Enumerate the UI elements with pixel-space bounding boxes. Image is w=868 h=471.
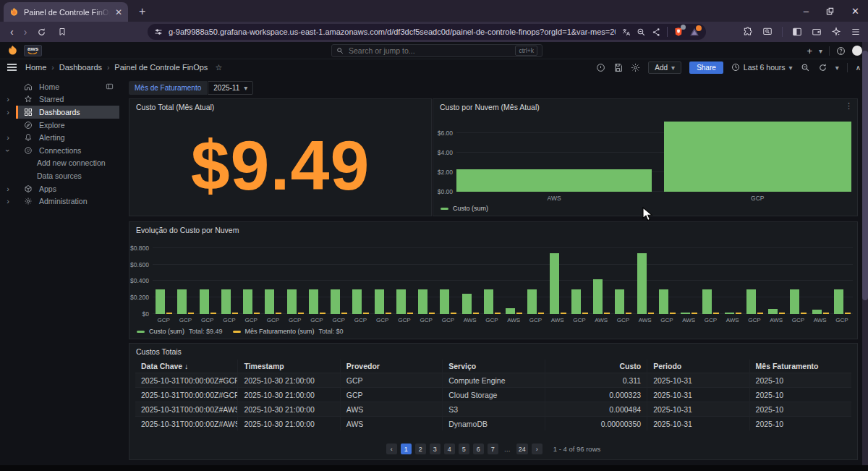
panel-title[interactable]: Evolução do Custo por Nuvem	[136, 226, 239, 234]
evo-bar-aws-22[interactable]	[637, 253, 647, 314]
settings-icon[interactable]	[631, 63, 640, 72]
evo-bar-mes-faturamento[interactable]	[473, 313, 479, 314]
legend-label[interactable]: Custo (sum)	[149, 328, 184, 335]
evo-bar-mes-faturamento[interactable]	[779, 313, 785, 314]
evo-bar-mes-faturamento[interactable]	[648, 313, 654, 314]
site-settings-icon[interactable]	[154, 27, 163, 36]
collapse-toolbar-icon[interactable]: ∧	[856, 64, 861, 72]
translate-icon[interactable]	[621, 27, 631, 37]
evo-bar-mes-faturamento[interactable]	[692, 313, 697, 314]
evo-bar-mes-faturamento[interactable]	[801, 313, 807, 314]
evo-bar-mes-faturamento[interactable]	[254, 313, 260, 314]
column-header-custo[interactable]: Custo	[545, 360, 647, 373]
url-bar[interactable]: g-9af9988a50.grafana-workspace.us-east-1…	[148, 24, 706, 40]
evo-bar-gcp-11[interactable]	[396, 289, 406, 314]
evo-bar-mes-faturamento[interactable]	[298, 313, 304, 314]
panel-title[interactable]: Custo por Nuvem (Mês Atual)	[440, 103, 540, 111]
breadcrumb-dashboards[interactable]: Dashboards	[59, 63, 102, 72]
evo-bar-aws-30[interactable]	[812, 310, 822, 314]
chevron-right-icon[interactable]: ›	[0, 93, 16, 106]
pagination-page-6[interactable]: 6	[473, 444, 484, 454]
evo-bar-mes-faturamento[interactable]	[451, 313, 456, 314]
minimize-icon[interactable]: –	[804, 6, 809, 17]
search-box[interactable]: ctrl+k	[331, 44, 542, 57]
sidebar-item-alerting[interactable]: ›Alerting	[0, 131, 123, 144]
evo-bar-mes-faturamento[interactable]	[582, 313, 588, 314]
breadcrumb-home[interactable]: Home	[25, 63, 46, 72]
save-icon[interactable]	[613, 63, 623, 72]
column-header-timestamp[interactable]: Timestamp	[237, 360, 339, 373]
evo-bar-mes-faturamento[interactable]	[495, 313, 501, 314]
evo-bar-gcp-0[interactable]	[156, 289, 165, 314]
evo-bar-gcp-29[interactable]	[790, 289, 799, 314]
evo-bar-mes-faturamento[interactable]	[538, 313, 544, 314]
evo-bar-mes-faturamento[interactable]	[166, 313, 172, 314]
evo-bar-gcp-15[interactable]	[484, 289, 493, 314]
evo-bar-gcp-1[interactable]	[177, 289, 187, 314]
panel-menu-icon[interactable]: ⋮	[845, 101, 853, 111]
evo-bar-gcp-5[interactable]	[265, 289, 274, 314]
evo-bar-gcp-4[interactable]	[243, 289, 252, 314]
evo-bar-gcp-27[interactable]	[746, 289, 756, 314]
search-input[interactable]	[347, 46, 511, 56]
bar-gcp[interactable]	[664, 122, 851, 192]
brave-shield-icon[interactable]	[673, 27, 684, 37]
time-range-picker[interactable]: Last 6 hours ▾	[731, 63, 793, 72]
restore-icon[interactable]	[826, 7, 834, 15]
pagination-page-24[interactable]: 24	[516, 444, 528, 454]
bookmark-icon[interactable]	[58, 27, 67, 36]
browser-tab[interactable]: Painel de Controle FinOps ✕	[4, 2, 128, 22]
sidebar-item-apps[interactable]: ›Apps	[0, 182, 123, 195]
evo-bar-mes-faturamento[interactable]	[670, 313, 676, 314]
evo-bar-aws-28[interactable]	[768, 309, 778, 314]
evo-bar-mes-faturamento[interactable]	[757, 313, 763, 314]
evo-bar-aws-20[interactable]	[593, 279, 603, 314]
back-icon[interactable]: ‹	[10, 27, 14, 37]
chevron-right-icon[interactable]: ›	[0, 182, 16, 195]
evo-bar-mes-faturamento[interactable]	[188, 313, 194, 314]
column-header-periodo[interactable]: Periodo	[647, 360, 749, 373]
evo-bar-mes-faturamento[interactable]	[276, 313, 281, 314]
legend-label[interactable]: Custo (sum)	[453, 205, 488, 212]
evo-bar-mes-faturamento[interactable]	[823, 313, 829, 314]
page-scrollbar[interactable]	[862, 42, 868, 465]
leo-ai-icon[interactable]	[831, 27, 841, 37]
evo-bar-mes-faturamento[interactable]	[713, 313, 719, 314]
evo-bar-gcp-7[interactable]	[309, 289, 318, 314]
add-new-button[interactable]: +	[807, 46, 812, 56]
panel-title[interactable]: Custo Total (Mês Atual)	[136, 103, 214, 111]
chevron-right-icon[interactable]: ›	[0, 131, 16, 144]
evo-bar-mes-faturamento[interactable]	[429, 313, 435, 314]
close-window-icon[interactable]: ✕	[851, 6, 859, 17]
sidebar-item-explore[interactable]: Explore	[0, 119, 123, 132]
column-header-provedor[interactable]: Provedor	[340, 360, 442, 373]
evo-bar-gcp-25[interactable]	[702, 289, 712, 314]
evo-bar-mes-faturamento[interactable]	[363, 313, 369, 314]
evo-bar-mes-faturamento[interactable]	[561, 313, 566, 314]
evo-bar-mes-faturamento[interactable]	[210, 313, 216, 314]
reload-icon[interactable]	[37, 27, 46, 37]
sidebar-item-add-new-connection[interactable]: Add new connection	[0, 157, 123, 170]
refresh-interval-chevron-icon[interactable]: ▾	[835, 64, 839, 72]
evo-bar-mes-faturamento[interactable]	[407, 313, 413, 314]
browser-menu-icon[interactable]	[851, 27, 861, 37]
evo-bar-mes-faturamento[interactable]	[626, 313, 631, 314]
favorite-star-icon[interactable]: ☆	[215, 63, 222, 72]
sidebar-item-data-sources[interactable]: Data sources	[0, 169, 123, 182]
evo-bar-mes-faturamento[interactable]	[736, 313, 741, 314]
evo-bar-gcp-3[interactable]	[221, 289, 231, 314]
user-avatar[interactable]	[852, 46, 862, 56]
panel-title[interactable]: Custos Totais	[136, 347, 182, 356]
find-in-page-icon[interactable]	[762, 27, 773, 37]
evo-bar-gcp-23[interactable]	[659, 289, 668, 314]
column-header-servi-o[interactable]: Serviço	[442, 360, 544, 373]
bar-aws[interactable]	[456, 169, 652, 192]
pagination-page-1[interactable]: 1	[401, 444, 412, 454]
evo-bar-gcp-6[interactable]	[287, 289, 297, 314]
sidebar-item-administration[interactable]: ›Administration	[0, 195, 123, 208]
evo-bar-mes-faturamento[interactable]	[604, 313, 610, 314]
tab-close-icon[interactable]: ✕	[115, 8, 122, 17]
evo-bar-gcp-12[interactable]	[418, 289, 427, 314]
pagination-page-2[interactable]: 2	[415, 444, 426, 454]
pagination-prev-icon[interactable]: ‹	[386, 444, 397, 454]
